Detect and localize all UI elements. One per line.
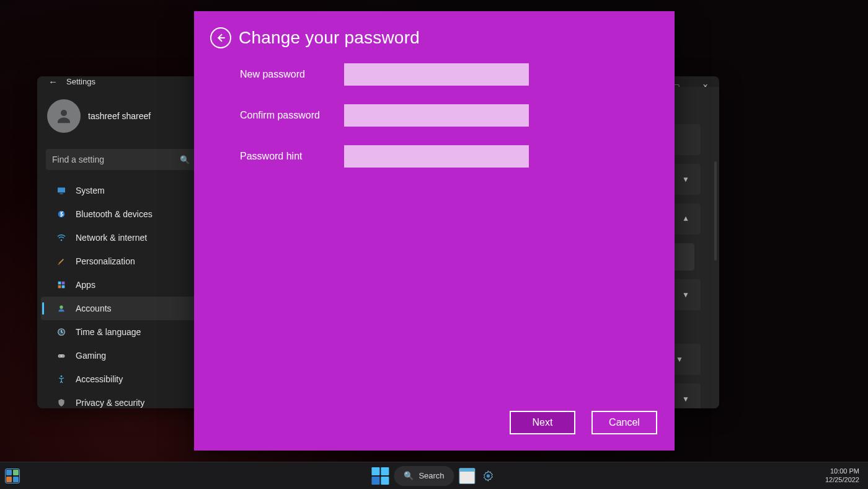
settings-app-icon[interactable] [480, 468, 497, 484]
label-confirm-password: Confirm password [240, 110, 344, 121]
gear-icon [482, 470, 495, 482]
taskbar-search-label: Search [418, 471, 444, 480]
avatar [47, 99, 81, 133]
nav-label-apps: Apps [76, 280, 95, 290]
profile-name: tashreef shareef [88, 111, 151, 121]
nav-label-network: Network & internet [76, 233, 147, 243]
taskbar-search[interactable]: 🔍 Search [394, 466, 454, 486]
sidebar-item-system[interactable]: System [41, 179, 201, 202]
settings-search-placeholder: Find a setting [52, 155, 180, 164]
profile-block[interactable]: tashreef shareef [37, 93, 205, 145]
nav-label-time: Time & language [76, 327, 141, 337]
shield-icon [55, 397, 68, 408]
password-hint-input[interactable] [344, 145, 529, 168]
svg-point-16 [61, 375, 63, 377]
sidebar-item-time[interactable]: Time & language [41, 320, 201, 344]
svg-rect-6 [58, 282, 61, 285]
taskbar-left [0, 469, 20, 483]
svg-rect-9 [62, 285, 65, 289]
file-explorer-icon[interactable] [459, 468, 476, 484]
sidebar-item-network[interactable]: Network & internet [41, 226, 201, 249]
cancel-button[interactable]: Cancel [591, 411, 657, 434]
system-icon [55, 185, 68, 196]
taskbar-center: 🔍 Search [371, 466, 496, 486]
taskbar-date: 12/25/2022 [825, 476, 859, 485]
wifi-icon [55, 232, 68, 243]
taskbar-time: 10:00 PM [825, 467, 859, 476]
settings-back-icon[interactable]: ← [48, 76, 58, 87]
taskbar: 🔍 Search 10:00 PM 12/25/2022 [0, 462, 868, 489]
scrollbar[interactable] [714, 161, 717, 261]
sidebar-item-personalization[interactable]: Personalization [41, 249, 201, 273]
password-form: New password Confirm password Password h… [194, 57, 675, 186]
taskbar-clock[interactable]: 10:00 PM 12/25/2022 [825, 467, 868, 485]
sidebar-item-gaming[interactable]: Gaming [41, 344, 201, 367]
modal-back-button[interactable] [210, 27, 231, 48]
modal-header: Change your password [194, 11, 675, 57]
accounts-icon [55, 303, 68, 314]
svg-point-14 [59, 356, 60, 357]
modal-footer: Next Cancel [194, 411, 675, 451]
brush-icon [55, 256, 68, 267]
chevron-down-icon: ▼ [682, 395, 689, 403]
chevron-up-icon: ▼ [682, 215, 689, 223]
nav-label-privacy: Privacy & security [76, 398, 144, 408]
new-password-input[interactable] [344, 63, 529, 86]
person-icon [55, 107, 73, 125]
svg-rect-7 [62, 282, 65, 285]
nav-label-bluetooth: Bluetooth & devices [76, 209, 153, 219]
cancel-button-label: Cancel [609, 417, 640, 428]
chevron-down-icon: ▼ [682, 175, 689, 184]
nav-label-personalization: Personalization [76, 256, 135, 266]
label-new-password: New password [240, 69, 344, 80]
svg-point-4 [61, 240, 63, 241]
chevron-down-icon: ▼ [682, 290, 689, 299]
change-password-modal: Change your password New password Confir… [194, 11, 675, 451]
settings-search[interactable]: Find a setting 🔍 [46, 149, 196, 170]
label-password-hint: Password hint [240, 151, 344, 162]
svg-rect-2 [60, 194, 63, 194]
svg-point-0 [61, 110, 67, 116]
modal-title: Change your password [239, 28, 420, 48]
nav-label-accounts: Accounts [76, 303, 112, 313]
sidebar-item-accessibility[interactable]: Accessibility [41, 367, 201, 391]
gamepad-icon [55, 350, 68, 361]
nav-label-accessibility: Accessibility [76, 374, 123, 384]
field-new-password: New password [240, 63, 650, 86]
field-password-hint: Password hint [240, 145, 650, 168]
svg-point-15 [63, 356, 64, 357]
search-icon: 🔍 [180, 155, 190, 164]
bluetooth-icon [55, 209, 68, 220]
svg-point-17 [487, 474, 490, 477]
sidebar-item-bluetooth[interactable]: Bluetooth & devices [41, 202, 201, 226]
arrow-left-icon [215, 32, 226, 43]
apps-icon [55, 279, 68, 290]
settings-title: Settings [66, 77, 95, 86]
settings-nav: System Bluetooth & devices Network & int… [37, 179, 205, 408]
svg-point-10 [60, 305, 63, 308]
settings-sidebar: tashreef shareef Find a setting 🔍 System… [37, 87, 205, 408]
next-button[interactable]: Next [510, 411, 575, 434]
svg-rect-5 [58, 264, 60, 265]
widgets-button[interactable] [5, 469, 20, 483]
start-button[interactable] [371, 467, 389, 485]
svg-rect-1 [58, 187, 65, 192]
search-icon: 🔍 [404, 471, 414, 480]
sidebar-item-accounts[interactable]: Accounts [41, 297, 201, 320]
nav-label-system: System [76, 186, 105, 195]
sidebar-item-apps[interactable]: Apps [41, 273, 201, 297]
svg-rect-8 [58, 285, 61, 289]
clock-icon [55, 326, 68, 338]
sidebar-item-privacy[interactable]: Privacy & security [41, 391, 201, 408]
svg-rect-13 [58, 354, 65, 357]
confirm-password-input[interactable] [344, 104, 529, 127]
chevron-down-icon: ▼ [676, 355, 683, 364]
next-button-label: Next [533, 417, 553, 428]
nav-label-gaming: Gaming [76, 351, 106, 361]
field-confirm-password: Confirm password [240, 104, 650, 127]
accessibility-icon [55, 374, 68, 385]
